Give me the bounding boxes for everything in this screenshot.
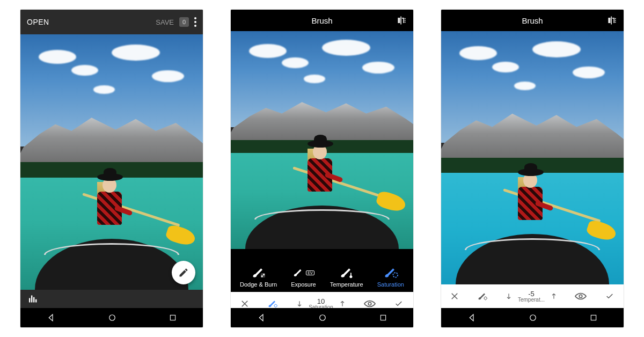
open-button[interactable]: OPEN bbox=[27, 18, 49, 26]
brush-title-bar: Brush bbox=[441, 10, 624, 31]
more-options-icon[interactable] bbox=[194, 17, 196, 27]
photo-preview bbox=[441, 31, 624, 284]
svg-point-10 bbox=[484, 297, 487, 299]
android-nav-bar bbox=[231, 308, 413, 327]
svg-rect-3 bbox=[261, 274, 263, 276]
save-button[interactable]: SAVE bbox=[156, 18, 174, 26]
edit-stack-counter[interactable]: 0 bbox=[179, 17, 189, 27]
slider-value: 10 bbox=[317, 298, 325, 305]
tool-saturation[interactable]: Saturation bbox=[377, 266, 404, 288]
mask-visibility-button[interactable] bbox=[364, 299, 376, 308]
svg-rect-9 bbox=[380, 315, 385, 320]
close-button[interactable] bbox=[450, 291, 459, 301]
brush-settings-button[interactable] bbox=[267, 298, 278, 309]
svg-rect-13 bbox=[591, 315, 596, 320]
tool-exposure[interactable]: EV Exposure bbox=[291, 266, 316, 288]
mask-visibility-button[interactable] bbox=[575, 292, 587, 301]
nav-home-icon[interactable] bbox=[107, 313, 117, 323]
edit-fab[interactable] bbox=[172, 261, 195, 284]
nav-back-icon[interactable] bbox=[257, 313, 266, 323]
tool-label: Exposure bbox=[291, 281, 316, 288]
apply-button[interactable] bbox=[393, 299, 404, 308]
tool-temperature[interactable]: Temperature bbox=[330, 266, 363, 288]
photo-preview bbox=[231, 31, 413, 249]
compare-icon[interactable] bbox=[396, 15, 407, 26]
tool-label: Saturation bbox=[377, 281, 404, 288]
brush-icon bbox=[339, 266, 354, 279]
nav-home-icon[interactable] bbox=[528, 313, 538, 323]
slider-name: Temperat... bbox=[518, 297, 545, 303]
slider-value: -5 bbox=[528, 290, 535, 297]
image-canvas[interactable] bbox=[441, 31, 624, 284]
compare-icon[interactable] bbox=[606, 15, 617, 26]
nav-back-icon[interactable] bbox=[467, 313, 477, 323]
histogram-icon[interactable] bbox=[28, 295, 39, 303]
nav-back-icon[interactable] bbox=[46, 313, 56, 323]
nav-recent-icon[interactable] bbox=[169, 313, 177, 322]
decrease-button[interactable] bbox=[505, 292, 513, 301]
decrease-button[interactable] bbox=[296, 299, 303, 308]
brush-settings-button[interactable] bbox=[477, 291, 488, 302]
brush-action-bar: -5 Temperat... bbox=[441, 284, 624, 308]
svg-point-7 bbox=[368, 302, 371, 305]
brush-icon bbox=[251, 266, 266, 279]
image-canvas[interactable] bbox=[20, 34, 203, 290]
phone-brush-temperature: Brush -5 Temperat... bbox=[441, 10, 624, 327]
image-canvas[interactable] bbox=[231, 31, 413, 249]
tool-dodge-burn[interactable]: Dodge & Burn bbox=[240, 266, 277, 288]
svg-rect-1 bbox=[170, 315, 175, 320]
android-nav-bar bbox=[441, 308, 624, 327]
screen-title: Brush bbox=[311, 16, 332, 25]
increase-button[interactable] bbox=[339, 299, 346, 308]
android-nav-bar bbox=[20, 308, 203, 327]
nav-home-icon[interactable] bbox=[318, 313, 327, 323]
svg-point-11 bbox=[580, 295, 583, 298]
brush-icon: EV bbox=[292, 266, 314, 279]
svg-point-0 bbox=[109, 315, 115, 321]
pencil-icon bbox=[178, 267, 189, 278]
apply-button[interactable] bbox=[604, 292, 615, 301]
tool-label: Temperature bbox=[330, 281, 363, 288]
svg-point-8 bbox=[320, 315, 326, 321]
brush-title-bar: Brush bbox=[231, 10, 413, 31]
photo-preview bbox=[20, 34, 203, 290]
svg-point-5 bbox=[393, 273, 398, 277]
slider-readout: -5 Temperat... bbox=[518, 290, 545, 303]
phone-main: OPEN SAVE 0 bbox=[20, 10, 203, 327]
svg-point-12 bbox=[530, 315, 536, 321]
increase-button[interactable] bbox=[550, 292, 558, 301]
close-button[interactable] bbox=[240, 299, 250, 309]
svg-rect-4 bbox=[262, 275, 265, 277]
svg-point-6 bbox=[274, 304, 277, 307]
nav-recent-icon[interactable] bbox=[589, 313, 598, 322]
tool-label: Dodge & Burn bbox=[240, 281, 277, 288]
brush-icon bbox=[383, 266, 398, 279]
phone-brush-tools: Brush Dodge & Burn EV Exposure Temperatu… bbox=[231, 10, 413, 327]
nav-recent-icon[interactable] bbox=[379, 313, 387, 322]
top-app-bar: OPEN SAVE 0 bbox=[20, 10, 203, 34]
bottom-info-bar bbox=[20, 290, 203, 308]
brush-tool-row: Dodge & Burn EV Exposure Temperature Sat… bbox=[231, 249, 413, 292]
screen-title: Brush bbox=[522, 16, 543, 25]
